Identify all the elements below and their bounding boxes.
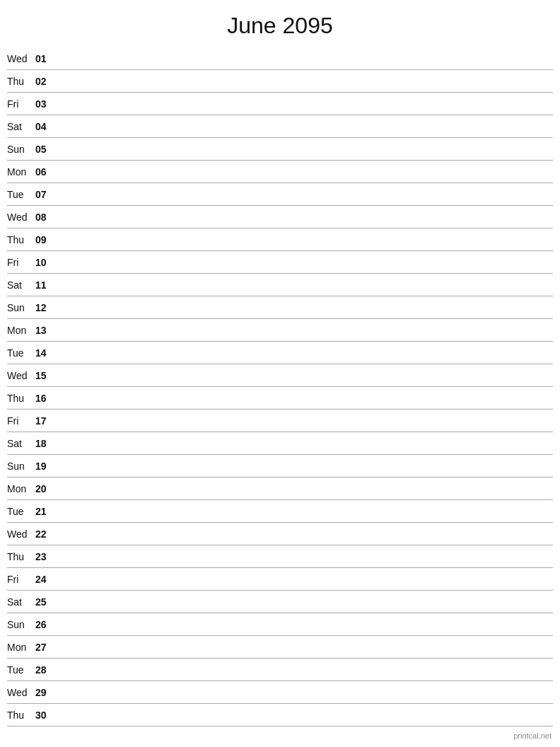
day-number: 18 [35, 438, 55, 449]
day-name: Sun [7, 461, 35, 472]
day-line [55, 420, 553, 421]
day-row: Fri17 [7, 410, 553, 432]
day-row: Wed29 [7, 681, 553, 704]
day-line [55, 307, 553, 308]
day-number: 29 [35, 687, 55, 698]
day-number: 12 [35, 302, 55, 313]
day-line [55, 533, 553, 534]
day-line [55, 443, 553, 444]
day-row: Fri03 [7, 93, 553, 115]
day-number: 08 [35, 212, 55, 223]
day-row: Fri24 [7, 568, 553, 591]
day-name: Fri [7, 415, 35, 427]
day-line [55, 511, 553, 511]
day-row: Sat18 [7, 432, 553, 455]
day-line [55, 624, 553, 625]
day-row: Tue28 [7, 659, 553, 681]
page-title: June 2095 [0, 0, 560, 47]
day-row: Sat04 [7, 115, 553, 138]
day-name: Sun [7, 302, 35, 313]
day-row: Thu09 [7, 228, 553, 251]
day-name: Mon [7, 483, 35, 494]
day-name: Wed [7, 212, 35, 223]
day-row: Wed08 [7, 206, 553, 228]
day-name: Fri [7, 574, 35, 585]
day-row: Sun12 [7, 296, 553, 319]
day-name: Sat [7, 279, 35, 291]
day-name: Sun [7, 144, 35, 155]
day-name: Wed [7, 528, 35, 540]
day-row: Tue07 [7, 183, 553, 206]
day-line [55, 465, 553, 466]
day-line [55, 556, 553, 557]
day-row: Sun26 [7, 613, 553, 636]
day-line [55, 398, 553, 398]
day-name: Tue [7, 664, 35, 676]
day-row: Thu30 [7, 704, 553, 726]
day-name: Sat [7, 121, 35, 132]
day-name: Sun [7, 619, 35, 630]
day-name: Mon [7, 642, 35, 653]
day-line [55, 579, 553, 579]
day-number: 30 [35, 710, 55, 721]
day-row: Sat11 [7, 274, 553, 296]
day-number: 13 [35, 325, 55, 336]
day-number: 21 [35, 506, 55, 517]
day-row: Sun05 [7, 138, 553, 161]
day-row: Thu23 [7, 545, 553, 568]
day-row: Wed15 [7, 364, 553, 387]
day-line [55, 692, 553, 693]
day-number: 15 [35, 370, 55, 381]
day-line [55, 330, 553, 330]
day-name: Fri [7, 257, 35, 268]
day-line [55, 647, 553, 647]
day-line [55, 58, 553, 59]
day-row: Mon06 [7, 161, 553, 183]
day-row: Thu16 [7, 387, 553, 410]
day-number: 19 [35, 461, 55, 472]
day-number: 06 [35, 166, 55, 178]
day-name: Sat [7, 438, 35, 449]
day-line [55, 488, 553, 489]
day-number: 17 [35, 415, 55, 427]
day-row: Wed22 [7, 523, 553, 545]
day-line [55, 126, 553, 127]
day-number: 02 [35, 76, 55, 87]
day-number: 05 [35, 144, 55, 155]
day-line [55, 239, 553, 240]
day-name: Wed [7, 53, 35, 64]
day-number: 16 [35, 393, 55, 404]
day-line [55, 601, 553, 602]
day-name: Thu [7, 393, 35, 404]
day-number: 11 [35, 279, 55, 291]
day-name: Thu [7, 76, 35, 87]
day-name: Tue [7, 347, 35, 359]
day-number: 09 [35, 234, 55, 245]
day-row: Thu02 [7, 70, 553, 93]
day-name: Fri [7, 98, 35, 110]
day-line [55, 352, 553, 353]
day-line [55, 103, 553, 104]
day-row: Sun19 [7, 455, 553, 477]
day-name: Thu [7, 551, 35, 562]
day-line [55, 216, 553, 217]
day-name: Thu [7, 234, 35, 245]
day-line [55, 375, 553, 376]
day-name: Sat [7, 596, 35, 608]
day-line [55, 284, 553, 285]
day-number: 07 [35, 189, 55, 200]
day-number: 23 [35, 551, 55, 562]
day-row: Mon27 [7, 636, 553, 659]
day-line [55, 171, 553, 172]
day-number: 14 [35, 347, 55, 359]
day-name: Mon [7, 166, 35, 178]
day-name: Tue [7, 506, 35, 517]
day-row: Mon20 [7, 477, 553, 500]
day-number: 03 [35, 98, 55, 110]
day-number: 28 [35, 664, 55, 676]
day-name: Wed [7, 687, 35, 698]
day-row: Mon13 [7, 319, 553, 342]
calendar-list: Wed01Thu02Fri03Sat04Sun05Mon06Tue07Wed08… [0, 47, 560, 726]
day-row: Tue14 [7, 342, 553, 364]
day-line [55, 149, 553, 149]
